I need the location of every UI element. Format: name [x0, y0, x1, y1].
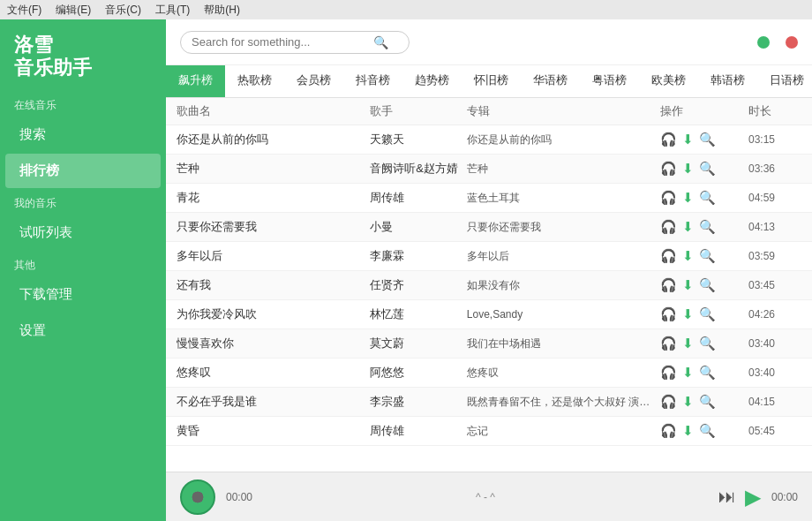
chart-tab-douyin[interactable]: 抖音榜 — [343, 65, 402, 97]
play-icon[interactable]: 🎧 — [660, 248, 677, 264]
search-detail-icon[interactable]: 🔍 — [699, 161, 716, 177]
song-table: 你还是从前的你吗 天籁天 你还是从前的你吗 🎧 ⬇ 🔍 03:15 芒种 音阙诗… — [166, 125, 812, 472]
chart-tab-western[interactable]: 欧美榜 — [639, 65, 698, 97]
search-detail-icon[interactable]: 🔍 — [699, 190, 716, 206]
sidebar-item-charts[interactable]: 排行榜 — [5, 154, 161, 188]
song-album: 你还是从前的你吗 — [467, 132, 660, 147]
search-detail-icon[interactable]: 🔍 — [699, 365, 716, 381]
search-detail-icon[interactable]: 🔍 — [699, 277, 716, 293]
play-icon[interactable]: 🎧 — [660, 306, 677, 322]
download-icon[interactable]: ⬇ — [682, 219, 694, 235]
song-artist: 林忆莲 — [370, 306, 467, 322]
play-icon[interactable]: 🎧 — [660, 336, 677, 351]
search-detail-icon[interactable]: 🔍 — [699, 219, 716, 235]
sidebar-item-trial[interactable]: 试听列表 — [5, 215, 161, 250]
song-title[interactable]: 青花 — [177, 190, 370, 206]
song-title[interactable]: 黄昏 — [177, 423, 370, 439]
content-area: 🔍 飙升榜热歌榜会员榜抖音榜趋势榜怀旧榜华语榜粤语榜欧美榜韩语榜日语榜酷我音乐 … — [166, 19, 812, 521]
row-actions: 🎧 ⬇ 🔍 — [660, 219, 748, 235]
table-row: 黄昏 周传雄 忘记 🎧 ⬇ 🔍 05:45 — [166, 417, 812, 446]
play-icon[interactable]: 🎧 — [660, 190, 677, 206]
menu-music[interactable]: 音乐(C) — [105, 3, 141, 18]
download-icon[interactable]: ⬇ — [682, 190, 694, 206]
menu-tools[interactable]: 工具(T) — [155, 3, 190, 18]
search-input-wrap[interactable]: 🔍 — [180, 31, 410, 54]
search-icon[interactable]: 🔍 — [373, 35, 388, 49]
song-title[interactable]: 只要你还需要我 — [177, 219, 370, 235]
chart-tab-nostalgic[interactable]: 怀旧榜 — [462, 65, 521, 97]
download-icon[interactable]: ⬇ — [682, 161, 694, 177]
player-bar: 00:00 ^ - ^ ⏭ ▶ 00:00 — [166, 472, 812, 521]
song-album: 多年以后 — [467, 249, 660, 264]
col-album: 专辑 — [467, 103, 660, 119]
song-duration: 03:40 — [748, 337, 801, 350]
download-icon[interactable]: ⬇ — [682, 365, 694, 381]
table-row: 芒种 音阙诗听&赵方婧 芒种 🎧 ⬇ 🔍 03:36 — [166, 155, 812, 184]
song-duration: 03:36 — [748, 162, 801, 175]
song-title[interactable]: 芒种 — [177, 161, 370, 177]
chart-tab-cantonese[interactable]: 粤语榜 — [580, 65, 639, 97]
search-detail-icon[interactable]: 🔍 — [699, 306, 716, 322]
play-button[interactable]: ▶ — [745, 485, 761, 510]
download-icon[interactable]: ⬇ — [682, 306, 694, 322]
play-icon[interactable]: 🎧 — [660, 277, 677, 293]
download-icon[interactable]: ⬇ — [682, 277, 694, 293]
table-row: 只要你还需要我 小曼 只要你还需要我 🎧 ⬇ 🔍 04:13 — [166, 213, 812, 242]
song-artist: 阿悠悠 — [370, 365, 467, 381]
song-title[interactable]: 慢慢喜欢你 — [177, 336, 370, 351]
play-icon[interactable]: 🎧 — [660, 394, 677, 410]
row-actions: 🎧 ⬇ 🔍 — [660, 161, 748, 177]
search-detail-icon[interactable]: 🔍 — [699, 423, 716, 439]
song-title[interactable]: 为你我爱冷风吹 — [177, 306, 370, 322]
play-icon[interactable]: 🎧 — [660, 132, 677, 147]
play-icon[interactable]: 🎧 — [660, 423, 677, 439]
song-title[interactable]: 悠疼叹 — [177, 365, 370, 381]
download-icon[interactable]: ⬇ — [682, 248, 694, 264]
play-icon[interactable]: 🎧 — [660, 365, 677, 381]
song-title[interactable]: 还有我 — [177, 277, 370, 293]
row-actions: 🎧 ⬇ 🔍 — [660, 132, 748, 147]
sidebar-item-download[interactable]: 下载管理 — [5, 277, 161, 312]
menu-bar: 文件(F) 编辑(E) 音乐(C) 工具(T) 帮助(H) — [0, 0, 812, 19]
sidebar-item-settings[interactable]: 设置 — [5, 313, 161, 348]
search-detail-icon[interactable]: 🔍 — [699, 336, 716, 351]
chart-tab-vip[interactable]: 会员榜 — [284, 65, 343, 97]
player-lyrics: ^ - ^ — [263, 491, 708, 503]
table-row: 你还是从前的你吗 天籁天 你还是从前的你吗 🎧 ⬇ 🔍 03:15 — [166, 125, 812, 155]
sidebar-item-search[interactable]: 搜索 — [5, 117, 161, 152]
col-duration: 时长 — [748, 103, 801, 119]
col-artist: 歌手 — [370, 103, 467, 119]
prev-button[interactable]: ⏭ — [718, 487, 736, 507]
song-artist: 任贤齐 — [370, 277, 467, 293]
chart-tab-japanese[interactable]: 日语榜 — [757, 65, 812, 97]
search-detail-icon[interactable]: 🔍 — [699, 394, 716, 410]
song-artist: 李廉霖 — [370, 248, 467, 264]
search-detail-icon[interactable]: 🔍 — [699, 248, 716, 264]
row-actions: 🎧 ⬇ 🔍 — [660, 248, 748, 264]
row-actions: 🎧 ⬇ 🔍 — [660, 394, 748, 410]
download-icon[interactable]: ⬇ — [682, 336, 694, 351]
download-icon[interactable]: ⬇ — [682, 423, 694, 439]
play-icon[interactable]: 🎧 — [660, 161, 677, 177]
section-other-label: 其他 — [0, 251, 166, 276]
song-duration: 04:59 — [748, 192, 801, 204]
song-title[interactable]: 不必在乎我是谁 — [177, 394, 370, 410]
play-icon[interactable]: 🎧 — [660, 219, 677, 235]
song-title[interactable]: 你还是从前的你吗 — [177, 132, 370, 147]
menu-help[interactable]: 帮助(H) — [204, 3, 240, 18]
song-album: 既然青春留不住，还是做个大叔好 演唱会巡回影音纪录 — [467, 395, 660, 410]
download-icon[interactable]: ⬇ — [682, 132, 694, 147]
search-detail-icon[interactable]: 🔍 — [699, 132, 716, 147]
chart-tab-trending[interactable]: 趋势榜 — [402, 65, 462, 97]
chart-tab-rising[interactable]: 飙升榜 — [166, 65, 225, 97]
chart-tab-hot[interactable]: 热歌榜 — [225, 65, 284, 97]
chart-tab-mandarin[interactable]: 华语榜 — [521, 65, 580, 97]
search-input[interactable] — [192, 35, 368, 49]
song-title[interactable]: 多年以后 — [177, 248, 370, 264]
song-album: Love,Sandy — [467, 308, 660, 321]
menu-file[interactable]: 文件(F) — [7, 3, 41, 18]
song-duration: 04:26 — [748, 308, 801, 321]
menu-edit[interactable]: 编辑(E) — [56, 3, 91, 18]
download-icon[interactable]: ⬇ — [682, 394, 694, 410]
chart-tab-korean[interactable]: 韩语榜 — [698, 65, 757, 97]
